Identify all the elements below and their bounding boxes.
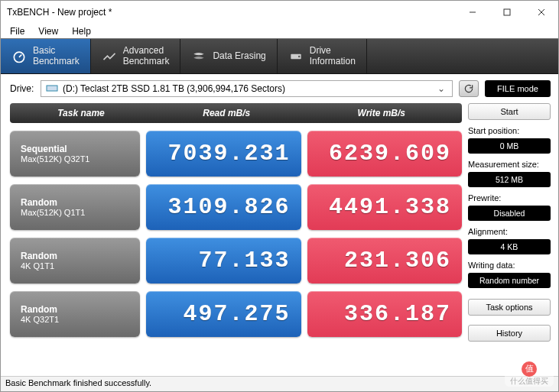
read-value: 77.133 [146, 238, 301, 283]
prewrite-label: Prewrite: [468, 193, 551, 202]
prewrite-value[interactable]: Disabled [468, 206, 551, 221]
writing-data-value[interactable]: Random number [468, 273, 551, 288]
write-value: 231.306 [307, 238, 463, 283]
history-button[interactable]: History [468, 325, 551, 342]
alignment-label: Alignment: [468, 227, 551, 236]
menubar: File View Help [1, 24, 558, 38]
tab-advanced-benchmark[interactable]: Advanced Benchmark [91, 39, 181, 73]
read-value: 497.275 [146, 291, 301, 337]
benchmark-table: Task name Read mB/s Write mB/s Sequentia… [10, 103, 462, 342]
read-value: 7039.231 [146, 131, 301, 177]
task-options-button[interactable]: Task options [468, 299, 551, 316]
drive-icon [288, 49, 304, 64]
status-bar: Basic Benchmark finished successfully. [1, 376, 558, 391]
menu-help[interactable]: Help [66, 24, 97, 38]
drive-value: (D:) Teclast 2TB SSD 1.81 TB (3,906,994,… [63, 83, 431, 94]
svg-rect-1 [504, 9, 510, 15]
table-row: Random4K Q1T1 77.133 231.306 [10, 238, 462, 283]
write-value: 4491.338 [307, 184, 463, 230]
header-task: Task name [16, 108, 146, 118]
erase-icon [191, 49, 206, 64]
write-value: 336.187 [307, 291, 463, 337]
start-button[interactable]: Start [468, 103, 551, 120]
tab-drive-information[interactable]: Drive Information [278, 39, 367, 73]
menu-file[interactable]: File [4, 24, 31, 38]
svg-point-7 [298, 55, 301, 57]
measurement-size-value[interactable]: 512 MB [468, 172, 551, 187]
toolbar: Basic Benchmark Advanced Benchmark Data … [1, 38, 558, 74]
table-row: RandomMax(512K) Q1T1 3109.826 4491.338 [10, 184, 462, 230]
titlebar: TxBENCH - New project * [1, 1, 558, 24]
header-read: Read mB/s [152, 108, 301, 118]
start-position-value[interactable]: 0 MB [468, 138, 551, 154]
table-header: Task name Read mB/s Write mB/s [10, 103, 462, 123]
gauge-icon [11, 49, 27, 64]
tab-label: Drive Information [310, 46, 356, 67]
tab-label: Basic Benchmark [33, 46, 80, 67]
tab-label: Advanced Benchmark [123, 46, 170, 67]
tab-basic-benchmark[interactable]: Basic Benchmark [1, 39, 91, 73]
svg-line-5 [19, 54, 21, 57]
task-cell[interactable]: Random4K Q1T1 [10, 238, 140, 283]
svg-rect-8 [47, 86, 57, 91]
read-value: 3109.826 [146, 184, 301, 230]
writing-data-label: Writing data: [468, 261, 551, 270]
side-panel: Start Start position: 0 MB Measurement s… [468, 103, 551, 342]
window-title: TxBENCH - New project * [7, 7, 112, 18]
tab-label: Data Erasing [213, 51, 265, 62]
drive-label: Drive: [10, 83, 34, 94]
table-row: Random4K Q32T1 497.275 336.187 [10, 291, 462, 337]
minimize-button[interactable] [455, 1, 489, 24]
drive-row: Drive: (D:) Teclast 2TB SSD 1.81 TB (3,9… [1, 74, 558, 103]
chart-icon [102, 49, 117, 64]
measurement-size-label: Measurement size: [468, 160, 551, 169]
write-value: 6239.609 [307, 131, 463, 177]
file-mode-button[interactable]: FILE mode [485, 80, 551, 97]
header-write: Write mB/s [307, 108, 457, 118]
drive-select[interactable]: (D:) Teclast 2TB SSD 1.81 TB (3,906,994,… [41, 80, 453, 97]
close-button[interactable] [524, 1, 558, 24]
task-cell[interactable]: SequentialMax(512K) Q32T1 [10, 131, 140, 177]
table-row: SequentialMax(512K) Q32T1 7039.231 6239.… [10, 131, 462, 177]
alignment-value[interactable]: 4 KB [468, 239, 551, 254]
start-position-label: Start position: [468, 126, 551, 135]
watermark: 值 什么值得买 [505, 359, 554, 387]
task-cell[interactable]: RandomMax(512K) Q1T1 [10, 184, 140, 230]
menu-view[interactable]: View [32, 24, 64, 38]
chevron-down-icon: ⌄ [435, 83, 447, 94]
tab-data-erasing[interactable]: Data Erasing [180, 39, 277, 73]
drive-icon [46, 83, 58, 95]
task-cell[interactable]: Random4K Q32T1 [10, 291, 140, 337]
maximize-button[interactable] [489, 1, 524, 24]
reload-button[interactable] [459, 80, 479, 97]
